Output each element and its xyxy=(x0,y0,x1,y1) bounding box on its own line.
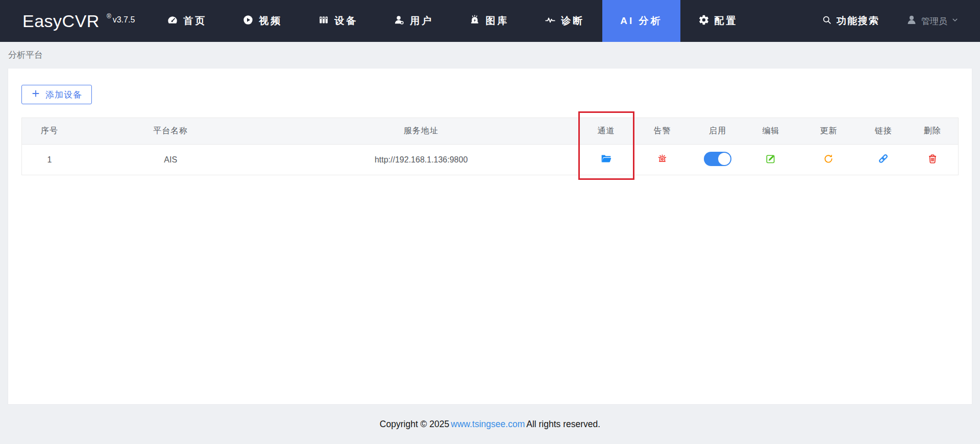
pulse-icon xyxy=(545,14,556,28)
col-header-alarm: 告警 xyxy=(634,118,691,145)
col-header-link: 链接 xyxy=(860,118,907,145)
col-header-edit: 编辑 xyxy=(745,118,797,145)
registered-mark: ® xyxy=(107,13,111,20)
table-row: 1 AIS http://192.168.1.136:9800 xyxy=(22,145,959,175)
refresh-icon[interactable] xyxy=(823,153,834,165)
search-icon xyxy=(822,15,832,28)
col-header-index: 序号 xyxy=(22,118,77,145)
nav-item-label: 视频 xyxy=(259,14,282,28)
main-nav-menu: 首页 视频 设备 用户 图库 xyxy=(149,0,755,42)
nav-item-label: AI 分析 xyxy=(620,14,662,28)
col-header-channel: 通道 xyxy=(578,118,634,145)
siren-icon xyxy=(469,14,480,28)
app-logo-text: EasyCVR xyxy=(22,11,100,31)
cell-alarm xyxy=(634,145,691,175)
play-icon xyxy=(242,14,254,28)
link-icon[interactable] xyxy=(877,153,889,165)
enable-toggle[interactable] xyxy=(704,152,731,166)
plus-icon xyxy=(31,89,40,101)
col-header-platform-name: 平台名称 xyxy=(77,118,264,145)
channel-folder-icon[interactable] xyxy=(600,153,612,165)
nav-item-video[interactable]: 视频 xyxy=(225,0,300,42)
alarm-siren-icon[interactable] xyxy=(656,153,668,165)
nav-item-home[interactable]: 首页 xyxy=(149,0,225,42)
navbar-right: 功能搜索 管理员 xyxy=(822,0,980,42)
nav-item-label: 首页 xyxy=(183,14,207,28)
analysis-platform-panel: 添加设备 序号 平台名称 服务地址 通道 告警 启用 编辑 更新 链接 xyxy=(8,68,972,405)
function-search[interactable]: 功能搜索 xyxy=(822,14,879,28)
app-version: v3.7.5 xyxy=(113,15,135,25)
toggle-knob xyxy=(718,153,730,165)
col-header-service-address: 服务地址 xyxy=(264,118,578,145)
app-logo[interactable]: EasyCVR ® v3.7.5 xyxy=(0,0,149,42)
cell-channel xyxy=(578,145,634,175)
top-navbar: EasyCVR ® v3.7.5 首页 视频 设备 xyxy=(0,0,980,42)
col-header-update: 更新 xyxy=(797,118,860,145)
cell-update xyxy=(797,145,860,175)
nav-item-diagnosis[interactable]: 诊断 xyxy=(527,0,602,42)
breadcrumb-bar: 分析平台 xyxy=(0,42,980,68)
nav-item-gallery[interactable]: 图库 xyxy=(451,0,527,42)
nav-item-user[interactable]: 用户 xyxy=(376,0,451,42)
dashboard-icon xyxy=(167,14,178,28)
copyright-prefix: Copyright © 2025 xyxy=(380,419,449,430)
nav-item-config[interactable]: 配置 xyxy=(680,0,756,42)
cell-delete xyxy=(907,145,959,175)
device-icon xyxy=(318,14,329,28)
edit-icon[interactable] xyxy=(765,153,776,165)
footer-link[interactable]: www.tsingsee.com xyxy=(451,419,525,430)
cell-index: 1 xyxy=(22,145,77,175)
breadcrumb: 分析平台 xyxy=(8,49,43,61)
page-footer: Copyright © 2025 www.tsingsee.com All ri… xyxy=(0,405,980,444)
nav-item-label: 设备 xyxy=(334,14,358,28)
nav-item-label: 用户 xyxy=(410,14,433,28)
function-search-label: 功能搜索 xyxy=(837,14,879,28)
nav-item-ai-analysis[interactable]: AI 分析 xyxy=(602,0,680,42)
admin-avatar-icon xyxy=(906,14,917,28)
gear-icon xyxy=(698,14,709,28)
nav-item-label: 诊断 xyxy=(561,14,584,28)
add-device-button[interactable]: 添加设备 xyxy=(21,85,92,104)
platform-table-wrap: 序号 平台名称 服务地址 通道 告警 启用 编辑 更新 链接 删除 1 AIS … xyxy=(21,118,959,175)
cell-link xyxy=(860,145,907,175)
table-header-row: 序号 平台名称 服务地址 通道 告警 启用 编辑 更新 链接 删除 xyxy=(22,118,959,145)
nav-item-label: 图库 xyxy=(485,14,509,28)
cell-platform-name: AIS xyxy=(77,145,264,175)
cell-enable xyxy=(691,145,745,175)
cell-service-address: http://192.168.1.136:9800 xyxy=(264,145,578,175)
col-header-enable: 启用 xyxy=(691,118,745,145)
copyright-suffix: All rights reserved. xyxy=(526,419,600,430)
platform-table: 序号 平台名称 服务地址 通道 告警 启用 编辑 更新 链接 删除 1 AIS … xyxy=(21,118,959,175)
user-icon xyxy=(394,14,405,28)
cell-edit xyxy=(745,145,797,175)
nav-item-label: 配置 xyxy=(715,14,738,28)
nav-item-device[interactable]: 设备 xyxy=(300,0,376,42)
col-header-delete: 删除 xyxy=(907,118,959,145)
user-menu[interactable]: 管理员 xyxy=(906,14,959,28)
trash-icon[interactable] xyxy=(927,153,938,165)
add-device-label: 添加设备 xyxy=(45,89,82,101)
user-menu-label: 管理员 xyxy=(921,15,947,27)
chevron-down-icon xyxy=(951,16,959,26)
